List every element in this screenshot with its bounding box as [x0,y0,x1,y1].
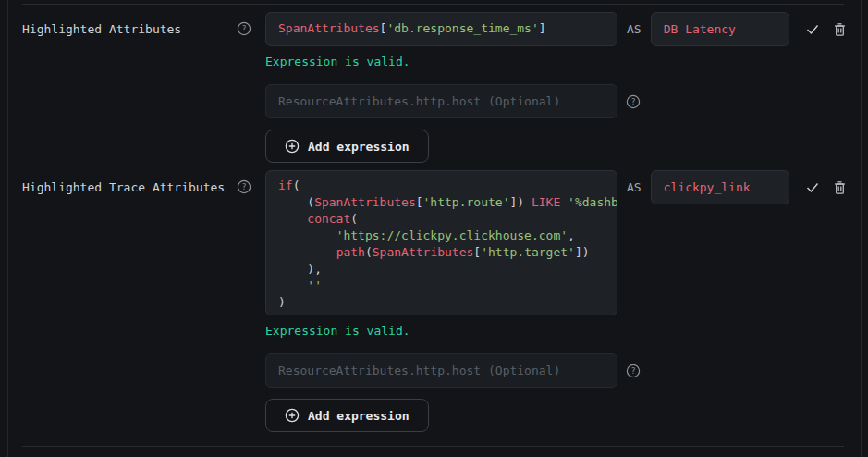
add-expression-button[interactable]: Add expression [265,130,429,163]
alias-input[interactable] [651,170,789,204]
svg-text:?: ? [241,24,246,33]
svg-text:?: ? [241,182,246,191]
add-expression-button[interactable]: Add expression [265,399,429,432]
field-label-cell: Highlighted Attributes ? [22,12,265,37]
expression-row: if( (SpanAttributes['http.route']) LIKE … [265,170,848,315]
field-label: Highlighted Attributes [22,21,181,37]
help-icon[interactable]: ? [626,364,641,378]
as-label: AS [627,170,642,204]
plus-circle-icon [285,139,300,154]
help-icon[interactable]: ? [237,179,251,194]
field-label-cell: Highlighted Trace Attributes ? [22,170,265,195]
plus-circle-icon [285,408,300,423]
expression-row: SpanAttributes['db.response_time_ms'] AS [265,12,848,46]
panel-right-border [861,0,862,457]
field-content: if( (SpanAttributes['http.route']) LIKE … [265,170,848,432]
trash-icon[interactable] [832,179,848,199]
confirm-check-icon[interactable] [805,22,820,39]
optional-host-row: ? [265,353,848,388]
optional-host-row: ? [265,84,848,118]
bottom-divider [22,446,844,447]
add-expression-label: Add expression [308,409,410,423]
optional-host-input[interactable] [265,353,617,388]
expression-input[interactable]: SpanAttributes['db.response_time_ms'] [265,12,617,46]
as-label: AS [627,12,642,46]
validation-message: Expression is valid. [265,55,848,69]
add-expression-label: Add expression [308,140,410,154]
alias-input[interactable] [651,12,789,46]
expression-textarea[interactable]: if( (SpanAttributes['http.route']) LIKE … [265,170,617,315]
field-row-highlighted-attributes: Highlighted Attributes ? SpanAttributes[… [0,12,868,163]
svg-text:?: ? [630,97,635,106]
top-divider [22,4,844,5]
help-icon[interactable]: ? [237,21,251,36]
panel-left-border [7,0,8,457]
field-content: SpanAttributes['db.response_time_ms'] AS… [265,12,848,163]
attributes-settings-page: { "colors": { "keyword": "#e06575", "str… [0,0,868,457]
field-row-highlighted-trace-attributes: Highlighted Trace Attributes ? if( (Span… [0,170,868,432]
trash-icon[interactable] [832,21,848,41]
svg-text:?: ? [630,366,635,376]
validation-message: Expression is valid. [265,324,848,339]
help-icon[interactable]: ? [626,94,641,109]
confirm-check-icon[interactable] [805,180,820,197]
optional-host-input[interactable] [265,84,617,118]
field-label: Highlighted Trace Attributes [22,179,225,195]
